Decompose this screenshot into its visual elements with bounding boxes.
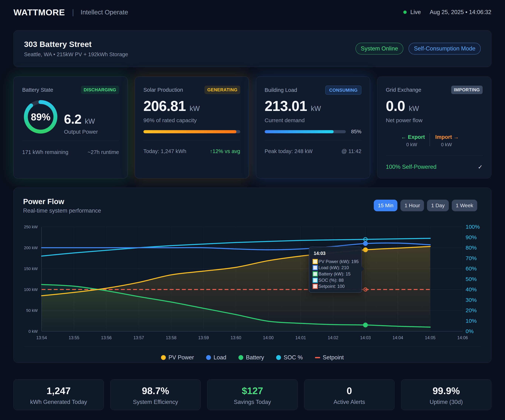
svg-text:0%: 0% (466, 328, 473, 334)
svg-text:14:06: 14:06 (457, 335, 468, 340)
svg-text:150 kW: 150 kW (24, 266, 38, 271)
svg-text:80%: 80% (466, 245, 477, 251)
svg-text:13:57: 13:57 (133, 335, 144, 340)
svg-text:90%: 90% (466, 234, 477, 240)
svg-text:100 kW: 100 kW (24, 287, 38, 292)
svg-text:40%: 40% (466, 286, 477, 293)
svg-text:60%: 60% (466, 266, 477, 272)
svg-text:0 kW: 0 kW (28, 329, 38, 334)
svg-text:13:55: 13:55 (69, 335, 79, 340)
svg-text:10%: 10% (466, 318, 477, 324)
svg-text:13:58: 13:58 (166, 335, 177, 340)
svg-text:20%: 20% (466, 307, 477, 313)
svg-text:13:60: 13:60 (231, 335, 241, 340)
svg-text:13:59: 13:59 (198, 335, 209, 340)
svg-text:14:03: 14:03 (360, 335, 371, 340)
svg-text:13:54: 13:54 (36, 335, 47, 340)
svg-text:30%: 30% (466, 297, 477, 303)
svg-text:50 kW: 50 kW (26, 308, 38, 313)
svg-text:200 kW: 200 kW (24, 246, 38, 250)
svg-text:70%: 70% (466, 255, 477, 261)
svg-text:14:01: 14:01 (295, 335, 306, 340)
svg-text:100%: 100% (466, 224, 480, 230)
svg-text:14:04: 14:04 (392, 335, 403, 340)
svg-text:14:00: 14:00 (263, 335, 274, 340)
svg-text:14:02: 14:02 (328, 335, 338, 340)
svg-text:250 kW: 250 kW (24, 225, 38, 229)
svg-text:14:05: 14:05 (425, 335, 436, 340)
svg-text:13:56: 13:56 (101, 335, 112, 340)
svg-text:50%: 50% (466, 276, 477, 282)
